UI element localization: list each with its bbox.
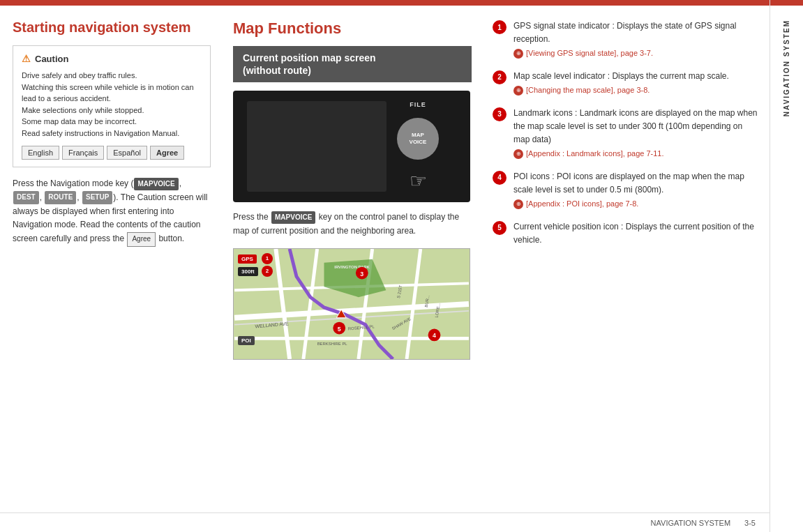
num-circle-3: 3	[493, 107, 506, 121]
francais-button[interactable]: Français	[62, 146, 104, 160]
poi-badge: POI	[238, 336, 255, 345]
svg-text:3: 3	[360, 270, 363, 277]
agree-button[interactable]: Agree	[150, 146, 184, 160]
mapvoice-badge: MAPVOICE	[134, 178, 178, 191]
ref-link-1: ⊕ [Viewing GPS signal state], page 3-7.	[513, 47, 758, 60]
svg-text:5: 5	[338, 325, 341, 332]
espanol-button[interactable]: Español	[107, 146, 147, 160]
ref-icon-1: ⊕	[513, 49, 523, 59]
ref-link-3: ⊕ [Appendix : Landmark icons], page 7-11…	[513, 148, 758, 160]
route-badge: ROUTE	[45, 191, 76, 204]
english-button[interactable]: English	[22, 146, 59, 160]
mid-body-text: Press the MAPVOICE key on the control pa…	[233, 211, 472, 238]
setup-badge: SETUP	[82, 191, 112, 204]
map-circle-1: 1	[262, 253, 273, 264]
bottom-bar: NAVIGATION SYSTEM 3-5	[0, 512, 770, 532]
item-4: 4 POI icons : POI icons are displayed on…	[493, 170, 758, 211]
num-circle-5: 5	[493, 221, 506, 235]
section-header-text: Current position map screen(without rout…	[243, 52, 376, 76]
left-column: Starting navigation system ⚠ Caution Dri…	[0, 6, 223, 532]
caution-title: Caution	[35, 54, 68, 64]
caution-buttons: English Français Español Agree	[22, 146, 202, 160]
item-1: 1 GPS signal state indicator : Displays …	[493, 20, 758, 60]
agree-inline-badge: Agree	[127, 232, 156, 247]
caution-icon: ⚠	[22, 53, 31, 64]
sidebar-red-accent	[770, 0, 803, 6]
num-text-4: POI icons : POI icons are displayed on t…	[513, 170, 758, 211]
sidebar-label: NAVIGATION SYSTEM	[783, 20, 790, 116]
ref-link-4: ⊕ [Appendix : POI icons], page 7-8.	[513, 198, 758, 211]
num-text-1: GPS signal state indicator : Displays th…	[513, 20, 758, 60]
ref-icon-4: ⊕	[513, 199, 523, 209]
ref-icon-2: ⊕	[513, 86, 523, 96]
ref-link-2: ⊕ [Changing the map scale], page 3-8.	[513, 84, 729, 97]
left-body-text: Press the Navigation mode key (MAPVOICE,…	[13, 177, 211, 247]
mapvoice-inline-badge: MAPVOICE	[271, 211, 315, 225]
svg-text:4: 4	[433, 332, 436, 339]
svg-text:BERKSHIRE PL: BERKSHIRE PL	[317, 342, 348, 346]
hand-icon: ☞	[410, 169, 427, 192]
file-label: FILE	[410, 101, 426, 108]
item-2: 2 Map scale level indicator : Displays t…	[493, 70, 758, 97]
num-circle-4: 4	[493, 171, 506, 185]
item-3: 3 Landmark icons : Landmark icons are di…	[493, 107, 758, 160]
scale-badge: 300ft	[238, 267, 258, 276]
device-right: FILE MAPVOICE ☞	[373, 98, 463, 195]
mid-col-title: Map Functions	[233, 20, 472, 38]
caution-box: ⚠ Caution Drive safely and obey traffic …	[13, 45, 211, 167]
num-text-3: Landmark icons : Landmark icons are disp…	[513, 107, 758, 160]
right-column: 1 GPS signal state indicator : Displays …	[481, 6, 770, 532]
top-bar	[0, 0, 803, 6]
dest-badge: DEST	[13, 191, 39, 204]
num-circle-2: 2	[493, 70, 506, 84]
ref-icon-3: ⊕	[513, 149, 523, 159]
main-content: Starting navigation system ⚠ Caution Dri…	[0, 6, 770, 532]
middle-column: Map Functions Current position map scree…	[223, 6, 481, 532]
device-screen	[247, 101, 387, 192]
device-image: FILE MAPVOICE ☞	[233, 91, 470, 202]
item-5: 5 Current vehicle position icon : Displa…	[493, 220, 758, 247]
num-circle-1: 1	[493, 20, 506, 34]
caution-text: Drive safely and obey traffic rules. Wat…	[22, 70, 202, 139]
map-screenshot: WELLAND AVE IRVINGTON PARK ROSEHILL PL B…	[233, 248, 470, 360]
gps-badge: GPS	[238, 254, 257, 264]
section-header-box: Current position map screen(without rout…	[233, 46, 472, 82]
map-voice-button[interactable]: MAPVOICE	[397, 118, 439, 160]
footer-page: 3-5	[744, 519, 756, 527]
num-text-2: Map scale level indicator : Displays the…	[513, 70, 729, 97]
num-text-5: Current vehicle position icon : Displays…	[513, 220, 758, 247]
map-circle-2: 2	[262, 266, 273, 277]
right-sidebar: NAVIGATION SYSTEM	[770, 0, 803, 532]
footer-section: NAVIGATION SYSTEM	[651, 519, 731, 527]
caution-header: ⚠ Caution	[22, 53, 202, 64]
left-col-title: Starting navigation system	[13, 20, 211, 36]
